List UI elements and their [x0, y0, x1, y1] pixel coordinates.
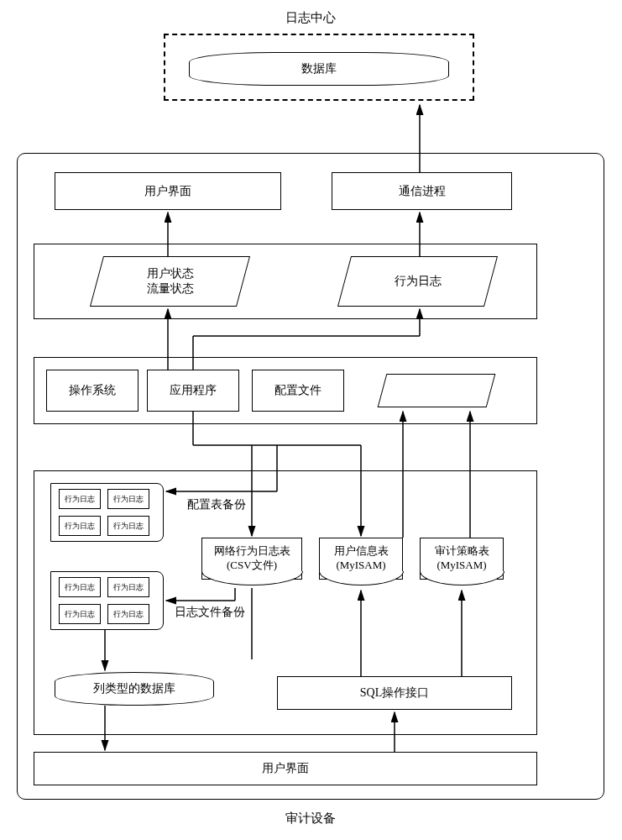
comm-process-box: 通信进程: [332, 172, 512, 210]
audit-policy-text: 审计策略表 (MyISAM): [435, 544, 489, 573]
log-center-label: 日志中心: [285, 10, 336, 26]
network-log-table: 网络行为日志表 (CSV文件): [201, 538, 302, 580]
log-backup-label: 日志文件备份: [175, 605, 245, 620]
column-db-cylinder: 列类型的数据库: [55, 672, 214, 706]
user-info-table: 用户信息表 (MyISAM): [319, 538, 403, 580]
behavior-log-text: 行为日志: [395, 274, 442, 289]
config-file-text: 配置文件: [274, 383, 321, 398]
config-backup-label: 配置表备份: [187, 497, 246, 512]
config-file-box: 配置文件: [252, 370, 344, 412]
user-interface-top-box: 用户界面: [55, 172, 281, 210]
doc1-1: 行为日志: [59, 489, 101, 509]
database-text: 数据库: [301, 61, 337, 76]
behavior-log-parallelogram: 行为日志: [344, 256, 491, 307]
column-db-text: 列类型的数据库: [93, 681, 175, 696]
app-box: 应用程序: [147, 370, 239, 412]
network-log-text: 网络行为日志表 (CSV文件): [214, 544, 290, 573]
doc2-1: 行为日志: [59, 577, 101, 597]
database-cylinder: 数据库: [189, 52, 449, 86]
comm-process-text: 通信进程: [399, 184, 446, 199]
doc2-4: 行为日志: [107, 604, 149, 624]
doc1-3: 行为日志: [59, 516, 101, 536]
doc2-2: 行为日志: [107, 577, 149, 597]
user-info-text: 用户信息表 (MyISAM): [334, 544, 389, 573]
app-text: 应用程序: [170, 383, 217, 398]
doc2-3: 行为日志: [59, 604, 101, 624]
os-box: 操作系统: [46, 370, 139, 412]
user-state-text: 用户状态 流量状态: [147, 266, 194, 297]
user-interface-top-text: 用户界面: [144, 184, 191, 199]
cf-parallelogram: [382, 374, 491, 407]
os-text: 操作系统: [69, 383, 116, 398]
doc1-4: 行为日志: [107, 516, 149, 536]
user-interface-bottom-box: 用户界面: [34, 752, 537, 785]
user-interface-bottom-text: 用户界面: [262, 761, 309, 776]
sql-interface-text: SQL操作接口: [360, 685, 429, 701]
sql-interface-box: SQL操作接口: [277, 676, 512, 710]
audit-policy-table: 审计策略表 (MyISAM): [420, 538, 504, 580]
user-state-parallelogram: 用户状态 流量状态: [97, 256, 243, 307]
doc1-2: 行为日志: [107, 489, 149, 509]
audit-device-label: 审计设备: [285, 811, 336, 827]
